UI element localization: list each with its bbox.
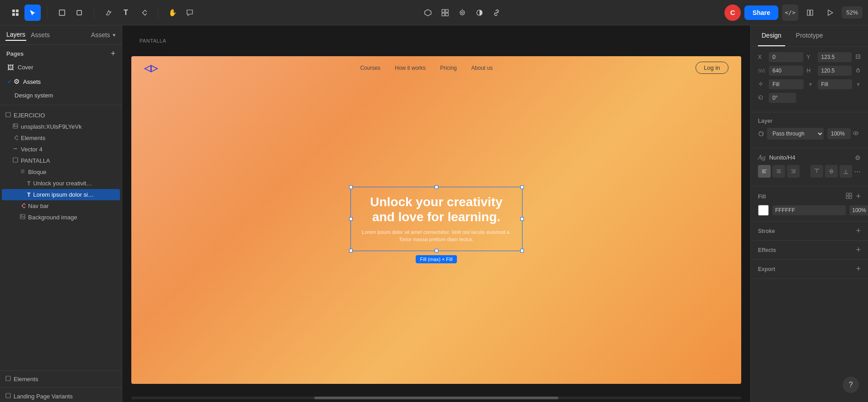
fill-x-input[interactable] [769, 79, 804, 89]
h-input[interactable] [818, 66, 852, 76]
share-btn[interactable]: Share [744, 5, 778, 20]
opacity-input[interactable] [827, 128, 851, 139]
fill-opacity-input[interactable] [849, 205, 868, 215]
valign-bottom-btn[interactable] [839, 165, 852, 178]
layer-lorem-text[interactable]: T Lorem ipsum dolor si… [2, 189, 120, 200]
plugin-btn[interactable] [454, 5, 470, 21]
x-input[interactable] [769, 52, 803, 62]
fill-add-btn[interactable]: + [856, 192, 861, 201]
prototype-tab-btn[interactable]: Prototype [792, 25, 827, 46]
layer-elements-bottom[interactable]: Elements [2, 373, 120, 385]
canvas-scrollbar[interactable] [131, 397, 741, 399]
text-tool-btn[interactable]: T [118, 5, 134, 21]
layer-bloque-icon [20, 169, 25, 175]
fill-hex-input[interactable] [772, 205, 846, 215]
shape-tool-btn[interactable] [71, 5, 87, 21]
svg-rect-28 [22, 203, 25, 208]
handle-bottom-right[interactable] [520, 249, 524, 252]
page-item-assets[interactable]: ✓ ⚙ Assets [4, 74, 118, 89]
theme-btn[interactable] [471, 5, 488, 21]
grid-btn[interactable] [437, 5, 453, 21]
handle-bottom-left[interactable] [349, 249, 353, 252]
layer-bg-image[interactable]: Background image [2, 212, 120, 223]
comment-tool-btn[interactable] [182, 5, 198, 21]
canvas-area[interactable]: PANTALLA ◁▷ Courses How it works Pricing… [122, 25, 750, 402]
canvas-login-btn[interactable]: Log in [695, 62, 729, 74]
valign-center-btn[interactable] [825, 165, 838, 178]
page-item-cover[interactable]: 🖼 Cover [4, 60, 118, 74]
layer-elements-label: Elements [21, 135, 45, 141]
avatar-btn[interactable]: C [724, 5, 741, 21]
add-page-btn[interactable]: + [110, 49, 115, 58]
canvas-scrollbar-thumb[interactable] [314, 397, 558, 399]
book-btn[interactable] [802, 5, 818, 21]
w-label: |W| [758, 68, 765, 73]
layer-bloque[interactable]: Bloque [2, 166, 120, 178]
layer-tree: EJERCICIO unsplash:XUlsF9LYeVk Elements [0, 108, 122, 368]
component-resource-btn[interactable] [420, 5, 436, 21]
resize-constraint-btn[interactable] [855, 53, 861, 61]
component-tool-btn[interactable] [135, 5, 151, 21]
handle-top-right[interactable] [520, 185, 524, 189]
handle-top-mid[interactable] [435, 185, 438, 189]
design-tab-btn[interactable]: Design [758, 25, 785, 46]
elements-bottom-label: Elements [14, 376, 38, 383]
layers-tab[interactable]: Layers [5, 29, 26, 41]
w-input[interactable] [769, 66, 803, 76]
export-add-btn[interactable]: + [856, 264, 861, 274]
effects-section[interactable]: Effects + [751, 241, 868, 260]
layer-landing-variants[interactable]: Landing Page Variants [2, 391, 120, 402]
visibility-btn[interactable] [851, 130, 861, 138]
align-right-btn[interactable] [787, 165, 800, 178]
layer-pantalla[interactable]: PANTALLA [2, 155, 120, 166]
page-item-design-system[interactable]: Design system [4, 89, 118, 102]
canvas-frame[interactable]: ◁▷ Courses How it works Pricing About us… [131, 56, 741, 384]
layer-elements[interactable]: Elements [2, 132, 120, 144]
fill-y-input[interactable] [818, 79, 853, 89]
y-input[interactable] [818, 52, 852, 62]
hand-tool-btn[interactable]: ✋ [164, 5, 181, 21]
lock-ratio-btn[interactable] [855, 67, 861, 74]
layer-unlock-text[interactable]: T Unlock your creativit… [2, 178, 120, 189]
fill-color-swatch[interactable] [758, 205, 769, 216]
effects-add-btn[interactable]: + [856, 245, 861, 255]
select-tool-btn[interactable] [24, 5, 41, 21]
rotate-input[interactable] [769, 93, 796, 103]
help-btn[interactable]: ? [843, 377, 859, 393]
fill-grid-btn[interactable] [846, 193, 852, 200]
handle-mid-right[interactable] [520, 217, 524, 221]
assets-tab-btn[interactable]: Assets [30, 29, 51, 40]
code-btn[interactable]: </> [782, 5, 798, 21]
assets-dropdown-btn[interactable]: Assets ▼ [91, 31, 116, 39]
canvas-frame-label: PANTALLA [139, 38, 166, 44]
handle-bottom-mid[interactable] [435, 249, 438, 252]
layer-unsplash-icon [13, 123, 18, 130]
handle-top-left[interactable] [349, 185, 353, 189]
handle-mid-left[interactable] [349, 217, 353, 221]
layer-navbar-label: Nav bar [28, 203, 49, 209]
play-btn[interactable] [822, 5, 838, 21]
svg-rect-32 [6, 393, 10, 398]
align-left-btn[interactable] [758, 165, 771, 178]
frame-tool-btn[interactable] [54, 5, 70, 21]
layer-ejercicio[interactable]: EJERCICIO [2, 110, 120, 121]
canvas-selection[interactable]: Unlock your creativityand love for learn… [350, 187, 523, 251]
svg-rect-8 [442, 10, 445, 12]
zoom-level-btn[interactable]: 52% [842, 6, 863, 19]
more-text-options-btn[interactable]: ··· [854, 167, 861, 176]
frame-tools [52, 5, 89, 21]
valign-top-btn[interactable] [810, 165, 823, 178]
layer-vector4[interactable]: Vector 4 [2, 144, 120, 155]
link-btn[interactable] [489, 5, 505, 21]
font-settings-btn[interactable]: ⚙ [855, 154, 861, 161]
stroke-add-btn[interactable]: + [856, 226, 861, 236]
pen-tool-btn[interactable] [101, 5, 117, 21]
assets-chevron-icon: ▼ [112, 33, 116, 38]
menu-tool-btn[interactable] [7, 5, 24, 21]
layer-unsplash[interactable]: unsplash:XUlsF9LYeVk [2, 121, 120, 132]
align-center-btn[interactable] [772, 165, 785, 178]
export-section[interactable]: Export + [751, 260, 868, 279]
layer-navbar[interactable]: Nav bar [2, 200, 120, 212]
blend-mode-select[interactable]: Pass through [767, 128, 824, 140]
stroke-section[interactable]: Stroke + [751, 222, 868, 241]
